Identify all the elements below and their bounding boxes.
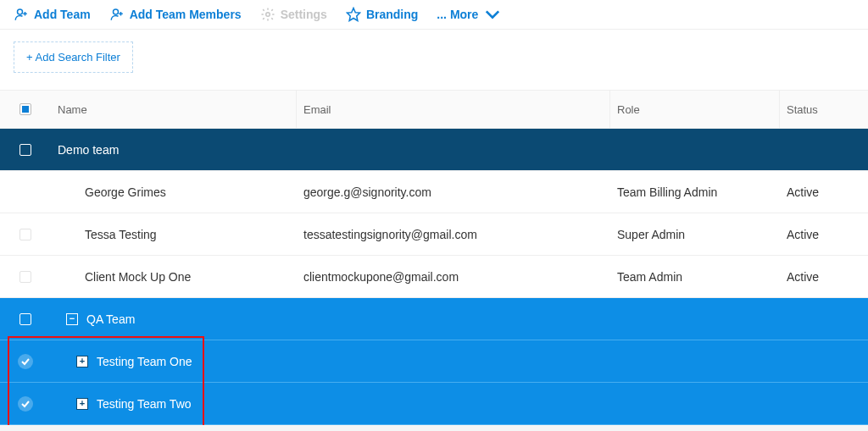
team-row-testing-one[interactable]: + Testing Team One (0, 340, 868, 383)
member-name: George Grimes (51, 171, 297, 213)
member-email: clientmockupone@gmail.com (297, 256, 610, 297)
filter-bar: + Add Search Filter (0, 30, 868, 90)
add-team-label: Add Team (34, 8, 91, 21)
select-all-checkbox[interactable] (19, 103, 31, 115)
add-search-filter-button[interactable]: + Add Search Filter (14, 41, 133, 73)
person-add-icon (109, 7, 125, 22)
team-checkbox[interactable] (19, 144, 31, 156)
branding-label: Branding (366, 8, 418, 21)
add-team-button[interactable]: Add Team (14, 7, 91, 22)
more-dropdown[interactable]: ... More (437, 7, 500, 22)
member-status: Active (780, 171, 868, 213)
collapse-icon[interactable]: − (66, 313, 78, 325)
member-role: Team Admin (610, 256, 780, 297)
row-checkbox-checked[interactable] (18, 354, 33, 369)
column-role[interactable]: Role (610, 91, 780, 128)
row-checkbox-checked[interactable] (18, 396, 33, 412)
table-header-row: Name Email Role Status (0, 90, 868, 129)
branding-button[interactable]: Branding (346, 7, 418, 22)
team-label: Demo team (58, 143, 119, 157)
person-plus-icon (14, 7, 29, 22)
column-name[interactable]: Name (51, 91, 297, 128)
svg-point-2 (265, 13, 270, 17)
chevron-down-icon (485, 7, 500, 22)
team-row-qa[interactable]: − QA Team (0, 298, 868, 340)
member-name: Tessa Testing (51, 213, 297, 255)
team-label: Testing Team One (97, 355, 192, 368)
gear-icon (260, 7, 275, 22)
team-label: QA Team (86, 312, 135, 326)
add-team-members-button[interactable]: Add Team Members (109, 7, 242, 22)
column-email[interactable]: Email (297, 91, 610, 128)
member-email: tessatestingsignority@gmail.com (297, 213, 610, 255)
member-role: Team Billing Admin (610, 171, 780, 213)
team-table: Name Email Role Status Demo team George … (0, 90, 868, 425)
expand-icon[interactable]: + (76, 398, 88, 410)
member-role: Super Admin (610, 213, 780, 255)
svg-marker-3 (347, 8, 359, 21)
row-checkbox[interactable] (19, 271, 31, 283)
member-status: Active (780, 213, 868, 255)
settings-button: Settings (260, 7, 327, 22)
member-name: Client Mock Up One (51, 256, 297, 297)
toolbar: Add Team Add Team Members Settings Brand… (0, 0, 868, 30)
more-label: ... More (437, 8, 478, 21)
table-row[interactable]: Client Mock Up One clientmockupone@gmail… (0, 256, 868, 298)
svg-point-0 (18, 9, 23, 14)
column-status[interactable]: Status (780, 91, 868, 128)
star-icon (346, 7, 361, 22)
table-row[interactable]: George Grimes george.g@signority.com Tea… (0, 171, 868, 213)
member-email: george.g@signority.com (297, 171, 610, 213)
settings-label: Settings (281, 8, 327, 21)
row-checkbox[interactable] (19, 229, 31, 240)
team-row-testing-two[interactable]: + Testing Team Two (0, 383, 868, 425)
add-team-members-label: Add Team Members (130, 8, 242, 21)
table-row[interactable]: Tessa Testing tessatestingsignority@gmai… (0, 213, 868, 256)
svg-point-1 (113, 9, 118, 14)
team-checkbox[interactable] (19, 313, 31, 325)
expand-icon[interactable]: + (76, 356, 88, 367)
team-row-demo[interactable]: Demo team (0, 129, 868, 171)
member-status: Active (780, 256, 868, 297)
team-label: Testing Team Two (97, 397, 192, 411)
